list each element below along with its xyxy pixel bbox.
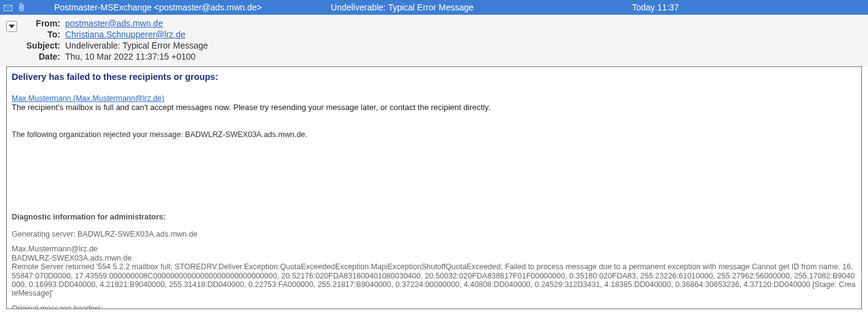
message-headers: From: postmaster@ads.mwn.de To: Christia… — [0, 15, 868, 66]
message-body: Delivery has failed to these recipients … — [6, 66, 862, 309]
subject-value: Undeliverable: Typical Error Message — [65, 41, 208, 50]
titlebar-subject: Undeliverable: Typical Error Message — [331, 2, 614, 12]
diagnostic-block: Generating server: BADWLRZ-SWEX03A.ads.m… — [12, 230, 856, 309]
diagnostic-title: Diagnostic information for administrator… — [12, 213, 856, 221]
rejecting-org: The following organization rejected your… — [12, 130, 856, 139]
titlebar-date: Today 11:37 — [632, 2, 866, 12]
attachment-icon — [16, 2, 27, 13]
message-titlebar: Postmaster-MSExchange <postmaster@ads.mw… — [0, 0, 868, 15]
chevron-down-icon — [9, 24, 15, 29]
subject-label: Subject: — [23, 41, 60, 50]
collapse-headers-button[interactable] — [6, 21, 17, 32]
failed-recipient-link[interactable]: Max Mustermann (Max.Mustermann@lrz.de) — [12, 94, 164, 103]
date-value: Thu, 10 Mar 2022 11:37:15 +0100 — [65, 52, 208, 61]
ndr-title: Delivery has failed to these recipients … — [12, 72, 856, 82]
titlebar-from: Postmaster-MSExchange <postmaster@ads.mw… — [54, 2, 312, 12]
read-mail-icon — [2, 2, 14, 13]
diag-recipient: Max.Mustermann@lrz.de — [12, 245, 856, 253]
diag-detail: Remote Server returned '554 5.2.2 mailbo… — [12, 262, 856, 298]
failure-reason: The recipient's mailbox is full and can'… — [12, 103, 856, 112]
date-label: Date: — [23, 52, 60, 61]
from-label: From: — [23, 18, 60, 28]
original-headers-label: Original message headers: — [12, 304, 856, 309]
to-address-link[interactable]: Christiana.Schnupperer@lrz.de — [65, 30, 186, 39]
svg-marker-1 — [9, 25, 15, 28]
to-label: To: — [23, 30, 60, 39]
diag-host: BADWLRZ-SWEX03A.ads.mwn.de — [12, 254, 856, 262]
from-address-link[interactable]: postmaster@ads.mwn.de — [65, 18, 163, 28]
generating-server: Generating server: BADWLRZ-SWEX03A.ads.m… — [12, 230, 856, 238]
